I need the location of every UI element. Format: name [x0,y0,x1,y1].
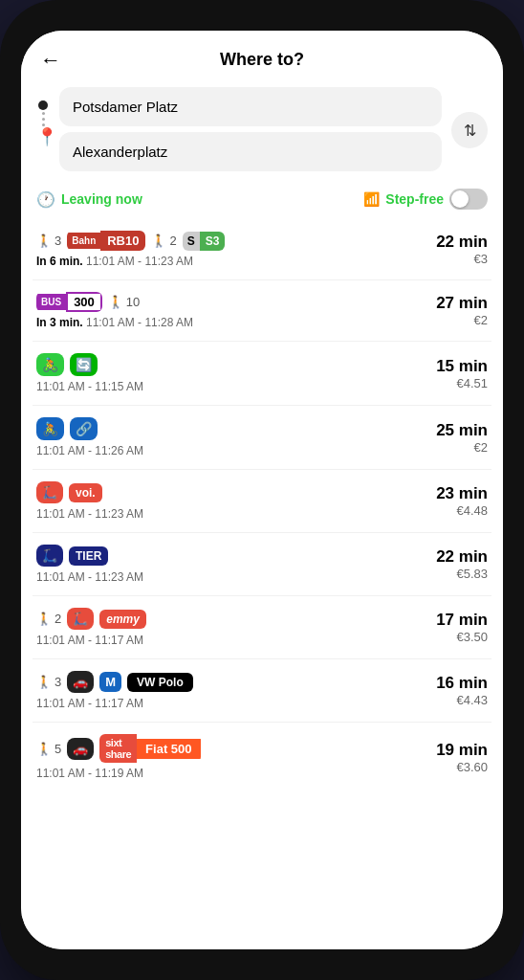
route-time-info: 11:01 AM - 11:17 AM [36,634,436,647]
route-item[interactable]: 🚶 3 Bahn RB10 🚶 2 S S3 [33,219,491,280]
step-free-icon: 📶 [363,191,380,207]
to-pin: 📍 [36,128,50,142]
walk-badge: 🚶 3 [36,234,61,248]
connector [38,110,48,128]
step-free-toggle[interactable] [449,189,488,210]
route-badges: 🚶 5 🚗 sixtshare Fiat 500 [36,734,436,763]
blue-bike-badge-2: 🔗 [70,417,98,440]
route-item[interactable]: 🛴 TIER 11:01 AM - 11:23 AM 22 min €5.83 [33,533,491,596]
route-badges: 🛴 TIER [36,545,436,567]
duration: 22 min [436,547,488,567]
price: €4.51 [436,376,488,390]
route-left: 🚴 🔄 11:01 AM - 11:15 AM [36,353,436,393]
scooter-badge-tier: 🛴 [36,545,63,567]
scooter-badge-emmy: 🛴 [67,608,94,630]
route-time-info: In 3 min. 11:01 AM - 11:28 AM [36,316,436,329]
route-time-info: 11:01 AM - 11:15 AM [36,380,436,393]
route-left: BUS 300 🚶 10 In 3 min. 11:01 AM - 11:28 … [36,292,436,329]
walk-icon: 🚶 [108,295,123,309]
route-item[interactable]: 🚶 3 🚗 M VW Polo 11:01 AM - 11:17 AM 16 m… [33,659,491,723]
route-badges: 🚴 🔄 [36,353,436,376]
price: €3.50 [436,630,488,644]
duration: 15 min [436,357,488,376]
voi-badge: voi. [69,483,102,502]
car-icon-badge: 🚗 [67,671,94,693]
walk-icon: 🚶 [36,675,52,689]
route-right: 15 min €4.51 [436,357,488,390]
route-right: 22 min €5.83 [436,547,488,581]
walk-badge-2: 🚶 2 [151,234,176,248]
vwpolo-badge: VW Polo [127,673,193,692]
price: €2 [436,313,488,327]
sixt-fiat-badge: sixtshare Fiat 500 [99,734,200,763]
price: €3.60 [436,760,488,774]
duration: 16 min [436,674,488,693]
route-item[interactable]: 🚶 5 🚗 sixtshare Fiat 500 11:01 AM - 11:1… [33,723,491,791]
route-right: 19 min €3.60 [436,741,488,774]
route-inputs: 📍 Potsdamer Platz Alexanderplatz ⇅ [21,79,503,181]
route-right: 22 min €3 [436,233,488,266]
price: €3 [436,252,488,266]
blue-bike-badge-1: 🚴 [36,417,64,440]
back-button[interactable]: ← [40,48,61,73]
duration: 19 min [436,741,488,760]
options-row: 🕐 Leaving now 📶 Step-free [21,181,503,219]
duration: 25 min [436,421,488,440]
route-item[interactable]: 🚴 🔄 11:01 AM - 11:15 AM 15 min €4.51 [33,342,491,406]
page-title: Where to? [220,50,304,70]
route-item[interactable]: 🚴 🔗 11:01 AM - 11:26 AM 25 min €2 [33,406,491,470]
route-item[interactable]: 🚶 2 🛴 emmy 11:01 AM - 11:17 AM 17 min €3… [33,596,491,659]
route-time-info: 11:01 AM - 11:19 AM [36,767,436,780]
route-right: 16 min €4.43 [436,674,488,707]
price: €2 [436,440,488,455]
route-badges: BUS 300 🚶 10 [36,292,436,312]
scooter-badge: 🛴 [36,481,63,503]
route-time-info: In 6 min. 11:01 AM - 11:23 AM [36,255,436,268]
swap-button[interactable]: ⇅ [451,112,488,148]
emmy-badge: emmy [99,610,146,629]
leaving-now[interactable]: 🕐 Leaving now [36,190,142,209]
route-right: 17 min €3.50 [436,611,488,644]
route-item[interactable]: 🛴 voi. 11:01 AM - 11:23 AM 23 min €4.48 [33,470,491,533]
toggle-knob [451,190,469,208]
route-left: 🛴 TIER 11:01 AM - 11:23 AM [36,545,436,584]
route-right: 27 min €2 [436,294,488,327]
duration: 22 min [436,233,488,252]
s3-badge: S S3 [183,232,226,251]
walk-icon: 🚶 [36,742,52,756]
route-left: 🛴 voi. 11:01 AM - 11:23 AM [36,481,436,521]
walk-icon: 🚶 [36,234,52,248]
car-icon-badge-sixt: 🚗 [67,738,94,760]
route-left: 🚴 🔗 11:01 AM - 11:26 AM [36,417,436,457]
route-badges: 🚴 🔗 [36,417,436,440]
walk-badge: 🚶 2 [36,612,61,626]
routes-list: 🚶 3 Bahn RB10 🚶 2 S S3 [21,219,503,949]
route-time-info: 11:01 AM - 11:26 AM [36,444,436,457]
mvg-badge: M [99,672,121,692]
walk-icon: 🚶 [36,612,52,626]
walk-badge: 🚶 10 [108,295,140,309]
from-input[interactable]: Potsdamer Platz [59,87,442,126]
price: €4.43 [436,693,488,707]
walk-icon-2: 🚶 [151,234,166,248]
header: ← Where to? [21,31,503,79]
route-left: 🚶 3 🚗 M VW Polo 11:01 AM - 11:17 AM [36,671,436,710]
route-badges: 🛴 voi. [36,481,436,503]
bus300-badge: BUS 300 [36,292,102,312]
duration: 23 min [436,484,488,503]
route-left: 🚶 5 🚗 sixtshare Fiat 500 11:01 AM - 11:1… [36,734,436,780]
phone-shell: ← Where to? 📍 Potsdamer Platz Alexanderp… [0,0,524,980]
step-free: 📶 Step-free [363,189,488,210]
duration: 27 min [436,294,488,313]
price: €4.48 [436,503,488,518]
route-badges: 🚶 2 🛴 emmy [36,608,436,630]
rb10-badge: Bahn RB10 [67,231,145,251]
to-input[interactable]: Alexanderplatz [59,132,442,171]
from-dot [38,100,48,110]
clock-icon: 🕐 [36,190,55,209]
route-item[interactable]: BUS 300 🚶 10 In 3 min. 11:01 AM - 11:28 … [33,280,491,342]
route-time-info: 11:01 AM - 11:17 AM [36,697,436,710]
tier-badge: TIER [69,546,108,566]
bike-badge-1: 🚴 [36,353,64,376]
route-right: 25 min €2 [436,421,488,455]
